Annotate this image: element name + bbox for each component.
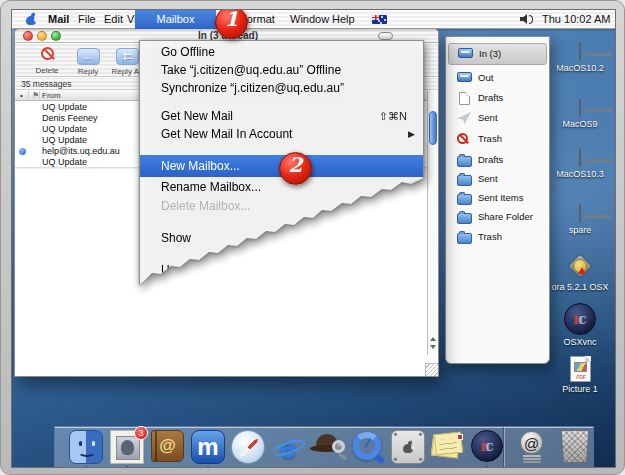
- drawer-item-out[interactable]: Out: [448, 68, 547, 88]
- dock-address-book[interactable]: @: [151, 430, 187, 466]
- dock-at-spring[interactable]: @: [517, 430, 553, 466]
- eudora-letters-icon: [430, 430, 466, 464]
- vnc-icon: nc: [471, 430, 503, 462]
- menu-mailbox-active[interactable]: Mailbox: [135, 10, 216, 29]
- eudora-installer-icon: [563, 253, 597, 280]
- hard-drive-icon: [579, 98, 581, 117]
- blue-folder-icon: [457, 175, 472, 186]
- blue-folder-icon: [457, 156, 472, 167]
- menu-item-rename-mailbox[interactable]: Rename Mailbox...: [140, 178, 423, 196]
- close-button[interactable]: [23, 31, 33, 41]
- desktop: In (3 unread) Delete ← Reply ⇇ Reply All…: [11, 9, 616, 468]
- desktop-icon-macos9[interactable]: MacOS9: [547, 99, 613, 129]
- mozilla-icon: m: [191, 430, 225, 464]
- quicktime-icon: [351, 430, 385, 464]
- system-preferences-icon: [391, 430, 425, 464]
- dock-finder[interactable]: [69, 430, 105, 466]
- dock-sherlock[interactable]: [309, 430, 345, 466]
- dock-eudora-letters[interactable]: [430, 430, 466, 466]
- blue-folder-icon: [457, 194, 472, 205]
- running-indicator-icon: [204, 466, 212, 468]
- hard-drive-icon: [579, 204, 581, 223]
- address-book-icon: @: [151, 430, 184, 462]
- menu-mail[interactable]: Mail: [48, 10, 69, 29]
- desktop-icon-macos102[interactable]: MacOS10.2: [547, 43, 613, 73]
- drawer-item-sent-folder[interactable]: Sent: [448, 169, 547, 189]
- dock-internet-explorer[interactable]: e: [270, 430, 306, 466]
- australian-flag-icon[interactable]: [372, 15, 387, 24]
- internet-explorer-icon: e: [270, 430, 306, 466]
- scrollbar-thumb[interactable]: [429, 111, 437, 145]
- menu-edit[interactable]: Edit: [104, 10, 123, 29]
- drawer-item-in[interactable]: In (3): [448, 43, 547, 65]
- trash-icon: [560, 430, 590, 463]
- screenshot-frame: In (3 unread) Delete ← Reply ⇇ Reply All…: [0, 0, 625, 475]
- scroll-up-icon[interactable]: [430, 337, 436, 341]
- vertical-scrollbar[interactable]: [427, 91, 438, 355]
- pdf-document-icon: PDF: [570, 356, 591, 382]
- hard-drive-icon: [579, 148, 581, 167]
- running-indicator-icon: [82, 466, 90, 468]
- column-divider: [28, 91, 29, 101]
- keyboard-shortcut: ⇧⌘N: [379, 107, 407, 125]
- menu-item-show[interactable]: Show: [140, 229, 423, 247]
- menu-item-use-s-torn[interactable]: Use S: [140, 261, 423, 279]
- menu-bar-clock[interactable]: Thu 10:02 AM: [542, 10, 611, 29]
- annotation-badge-2: 2: [279, 152, 312, 185]
- drawer-item-trash[interactable]: Trash: [448, 129, 547, 149]
- toolbar-toggle-button[interactable]: [378, 32, 393, 40]
- dock-safari[interactable]: [231, 430, 267, 466]
- menu-item-go-offline[interactable]: Go Offline: [140, 43, 423, 61]
- desktop-icon-osxvnc[interactable]: nc OSXvnc: [547, 303, 613, 347]
- mail-unread-badge: 3: [134, 426, 148, 440]
- resize-grip[interactable]: [425, 363, 438, 376]
- drawer-item-sent-items[interactable]: Sent Items: [448, 188, 547, 208]
- scroll-down-icon[interactable]: [430, 345, 436, 349]
- from-column-header[interactable]: From: [42, 91, 61, 101]
- desktop-icon-eudora[interactable]: ora 5.2.1 OSX: [547, 253, 613, 292]
- hard-drive-icon: [579, 42, 581, 61]
- blue-folder-icon: [457, 213, 472, 224]
- paper-plane-icon: [457, 112, 471, 124]
- drawer-item-drafts[interactable]: Drafts: [448, 88, 547, 108]
- apple-logo-icon: [403, 441, 414, 454]
- message-count: 35 messages: [21, 78, 72, 90]
- volume-icon[interactable]: [520, 14, 534, 25]
- drawer-item-sent[interactable]: Sent: [448, 108, 547, 128]
- zoom-button[interactable]: [51, 31, 61, 41]
- menu-item-synchronize[interactable]: Synchronize “j.citizen@uq.edu.au”: [140, 79, 423, 97]
- drawer-item-share-folder[interactable]: Share Folder: [448, 207, 547, 227]
- desktop-icon-spare[interactable]: spare: [547, 205, 613, 235]
- desktop-icon-macos103[interactable]: MacOS10.3: [547, 149, 613, 179]
- menu-item-get-new-mail-in-account[interactable]: Get New Mail In Account ▶: [140, 125, 423, 143]
- drawer-item-drafts-folder[interactable]: Drafts: [448, 150, 547, 170]
- menu-file[interactable]: File: [78, 10, 96, 29]
- dock-quicktime[interactable]: [351, 430, 387, 466]
- dock-mail[interactable]: 3: [110, 430, 146, 466]
- dock-trash[interactable]: [560, 430, 596, 466]
- dock-vnc[interactable]: nc: [469, 430, 505, 466]
- blue-folder-icon: [457, 233, 472, 244]
- menu-item-get-new-mail[interactable]: Get New Mail ⇧⌘N: [140, 107, 423, 125]
- no-entry-icon: [457, 133, 468, 144]
- unread-column-header[interactable]: •: [20, 91, 23, 101]
- reply-icon: ←: [77, 48, 100, 65]
- mailboxes-drawer: In (3) Out Drafts Sent Trash Drafts Sent: [445, 36, 550, 364]
- desktop-icon-picture1[interactable]: PDF Picture 1: [547, 356, 613, 394]
- menu-help[interactable]: Help: [332, 10, 355, 29]
- apple-menu-icon[interactable]: [26, 13, 37, 26]
- drawer-item-trash-folder[interactable]: Trash: [448, 227, 547, 247]
- menu-window[interactable]: Window: [290, 10, 329, 29]
- delete-icon: [41, 47, 54, 60]
- dock-separator: [503, 427, 504, 468]
- running-indicator-icon: [123, 466, 131, 468]
- reply-button[interactable]: ← Reply: [66, 46, 110, 76]
- menu-item-delete-mailbox: Delete Mailbox...: [140, 197, 423, 215]
- dock-mozilla[interactable]: m: [191, 430, 227, 466]
- dock-system-preferences[interactable]: [391, 430, 427, 466]
- at-spring-icon: @: [517, 430, 547, 466]
- menu-item-take-offline[interactable]: Take “j.citizen@uq.edu.au” Offline: [140, 61, 423, 79]
- mail-icon: 3: [110, 430, 144, 464]
- minimize-button[interactable]: [37, 31, 47, 41]
- delete-button[interactable]: Delete: [25, 46, 69, 75]
